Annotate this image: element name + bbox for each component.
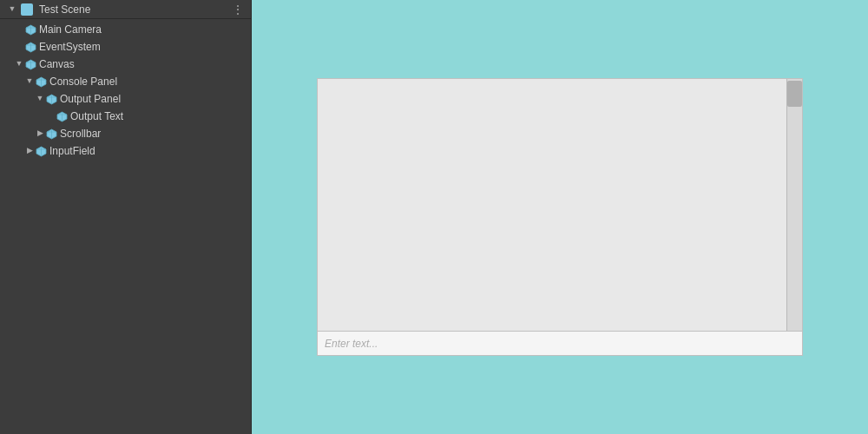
arrow-scrollbar[interactable] — [35, 128, 45, 139]
output-text — [318, 79, 786, 331]
label-main-camera: Main Camera — [39, 23, 102, 36]
tree-item-main-camera[interactable]: Main Camera — [0, 21, 251, 38]
cube-icon-scrollbar — [45, 128, 57, 140]
cube-icon-input-field — [35, 145, 47, 157]
label-output-panel: Output Panel — [60, 93, 121, 105]
arrow-output-panel[interactable] — [35, 94, 45, 104]
arrow-canvas[interactable] — [14, 59, 24, 69]
tree-item-output-panel[interactable]: Output Panel — [0, 90, 251, 108]
panel-header: Test Scene ⋮ — [0, 0, 251, 19]
label-scrollbar: Scrollbar — [60, 128, 101, 140]
label-console-panel: Console Panel — [49, 76, 117, 88]
output-panel — [317, 78, 803, 332]
input-placeholder: Enter text... — [325, 338, 378, 350]
tree-item-event-system[interactable]: EventSystem — [0, 38, 251, 56]
tree-item-output-text[interactable]: Output Text — [0, 108, 251, 125]
label-canvas: Canvas — [39, 58, 75, 70]
tree-item-scrollbar[interactable]: Scrollbar — [0, 125, 251, 142]
hierarchy-tree: Main Camera EventSystem Canvas Console P… — [0, 19, 251, 434]
scrollbar[interactable] — [786, 79, 802, 331]
cube-icon-output-text — [56, 110, 68, 122]
scene-icon — [21, 3, 33, 16]
scene-panel: Enter text... — [252, 0, 868, 434]
cube-icon-main-camera — [24, 23, 36, 36]
label-output-text: Output Text — [70, 110, 123, 122]
kebab-menu-icon[interactable]: ⋮ — [232, 3, 244, 16]
panel-header-left: Test Scene — [7, 3, 90, 16]
hierarchy-panel: Test Scene ⋮ Main Camera EventSystem Can… — [0, 0, 252, 434]
panel-title: Test Scene — [39, 3, 90, 16]
scene-collapse-arrow[interactable] — [7, 4, 17, 15]
console-ui-preview: Enter text... — [317, 78, 803, 356]
scrollbar-thumb[interactable] — [787, 81, 802, 107]
tree-item-console-panel[interactable]: Console Panel — [0, 73, 251, 90]
arrow-input-field[interactable] — [24, 146, 35, 156]
cube-icon-event-system — [24, 41, 36, 53]
tree-item-canvas[interactable]: Canvas — [0, 56, 251, 73]
cube-icon-canvas — [24, 58, 36, 70]
label-input-field: InputField — [49, 145, 95, 157]
tree-item-input-field[interactable]: InputField — [0, 142, 251, 160]
cube-icon-console-panel — [35, 76, 47, 88]
cube-icon-output-panel — [45, 93, 57, 105]
input-field[interactable]: Enter text... — [317, 332, 803, 356]
arrow-console-panel[interactable] — [24, 76, 35, 87]
label-event-system: EventSystem — [39, 41, 101, 53]
